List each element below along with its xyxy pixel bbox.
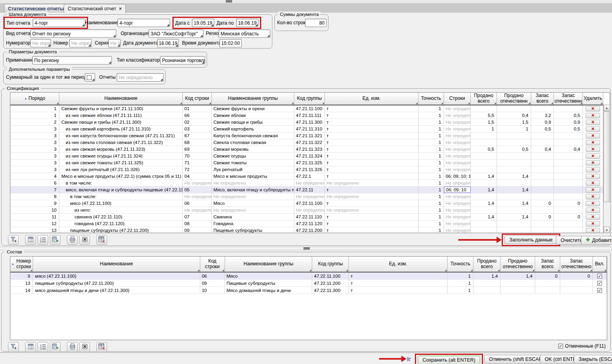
cell-stock_dom[interactable] <box>554 153 583 159</box>
cell-sold_total[interactable] <box>473 280 501 286</box>
cell-name[interactable]: в том числе: <box>59 180 183 186</box>
cell-row_code[interactable]: 01 <box>183 105 212 112</box>
cell-group_name[interactable]: Мясо, включая птицу и субпродукты пи <box>212 187 294 193</box>
column-settings-button[interactable] <box>25 235 36 245</box>
cell-precision[interactable]: 1 <box>418 132 444 139</box>
cell-rows[interactable]: Не определе <box>444 207 471 213</box>
cell-stock_total[interactable]: 0,4 <box>531 146 554 152</box>
delete-row-button[interactable]: ✖ <box>586 147 600 152</box>
cell-stock_dom[interactable] <box>554 227 583 233</box>
cell-unit[interactable]: т <box>349 287 448 294</box>
cell-sold_dom[interactable] <box>497 160 531 166</box>
cell-group_name[interactable]: Лук репчатый <box>212 166 294 173</box>
cell-group_code[interactable]: 47.22.11 <box>294 187 325 193</box>
cell-precision[interactable]: 1 <box>418 193 444 200</box>
cell-order[interactable]: 8 <box>10 193 59 200</box>
cell-sold_dom[interactable] <box>497 105 531 112</box>
cell-row_code[interactable]: Не определе <box>183 193 212 200</box>
numbered-list-button[interactable]: 123 <box>37 235 48 245</box>
cell-del[interactable]: ✖ <box>583 214 603 220</box>
cell-incl[interactable]: ✓ <box>593 280 607 286</box>
cell-stock_total[interactable] <box>531 153 554 159</box>
vertical-scrollbar[interactable]: ▲ ▼ <box>603 105 610 233</box>
cell-stock_dom[interactable] <box>560 280 593 286</box>
reports-field[interactable]: Не определено <box>117 73 164 82</box>
numerator-field[interactable]: Не опред <box>30 39 51 47</box>
cell-sold_total[interactable] <box>471 193 497 200</box>
series-field[interactable]: Не о <box>108 39 121 47</box>
cell-group_code[interactable]: 47.22.11.100 <box>294 200 325 206</box>
cell-stock_total[interactable] <box>531 173 554 179</box>
cell-group_name[interactable]: Мясо <box>212 200 294 206</box>
date-to-field[interactable]: 18.06.19 <box>236 19 258 27</box>
cell-stock_total[interactable] <box>531 220 554 227</box>
cell-order[interactable]: 4 <box>10 173 59 179</box>
column-header-group_code[interactable]: Код группы <box>312 257 349 272</box>
calculator-add-button[interactable] <box>50 342 61 352</box>
cell-rows[interactable]: 06; 09; 10 <box>444 187 471 193</box>
cell-order[interactable]: 3 <box>10 146 59 152</box>
cell-sold_total[interactable] <box>471 153 497 159</box>
cell-name[interactable]: из него: <box>59 207 183 213</box>
cell-row_code[interactable]: 70 <box>183 153 212 159</box>
cell-unit[interactable]: т <box>325 139 418 146</box>
marked-filter[interactable]: ✓ Отмеченные (F11) <box>558 343 606 349</box>
cell-name[interactable]: мясо, включая птицу и субпродукты пищевы… <box>59 187 183 193</box>
cell-group_name[interactable]: Мясо домашней птицы и дичи <box>225 287 313 294</box>
table-row[interactable]: 1из них свежие яблоки (47.21.11.111)66Св… <box>10 112 610 119</box>
cell-sold_total[interactable] <box>471 180 497 186</box>
org-field[interactable]: ЗАО "ЛюксСофтТорг" <box>149 29 203 38</box>
cell-row_code[interactable]: 04 <box>183 173 212 179</box>
cell-stock_total[interactable] <box>531 166 554 173</box>
cell-group_name[interactable]: Свекла столовая свежая <box>212 139 294 146</box>
cell-sold_total[interactable] <box>471 166 497 173</box>
cell-precision[interactable]: 1 <box>418 160 444 166</box>
table-row[interactable]: 3из них лук репчатый (47.21.11.326)72Лук… <box>10 166 610 173</box>
cell-rows[interactable]: Не определе <box>444 139 471 146</box>
cell-sold_dom[interactable] <box>501 287 535 294</box>
cell-sold_total[interactable]: 1,4 <box>473 273 501 279</box>
cell-group_name[interactable]: Пищевые субпродукты <box>212 227 294 233</box>
cell-order[interactable]: 11 <box>10 214 59 220</box>
cell-group_code[interactable]: 47.21.11.322 <box>294 139 325 146</box>
cell-name[interactable]: Свежие овощи и грибы (47.21.11.300) <box>59 119 183 125</box>
cell-order[interactable]: 1 <box>10 105 59 112</box>
cell-precision[interactable]: 1 <box>418 146 444 152</box>
delete-row-button[interactable]: ✖ <box>586 194 600 199</box>
cell-sold_dom[interactable]: 1 <box>497 126 531 132</box>
cell-del[interactable]: ✖ <box>583 126 603 132</box>
column-header-sold_dom[interactable]: Продано отечественн <box>497 93 531 105</box>
cell-row_code[interactable]: 09 <box>183 227 212 233</box>
cell-sold_dom[interactable] <box>497 227 531 233</box>
table-row[interactable]: 8в том числе:Не определеНе определеноНе … <box>10 193 610 200</box>
excel-export-button[interactable] <box>79 342 90 352</box>
table-delete-button[interactable] <box>96 342 107 352</box>
cell-group_code[interactable]: 47.22.11.300 <box>312 287 349 294</box>
print-button[interactable] <box>67 342 78 352</box>
table-row[interactable]: 6в том числе:Не определеНе определеноНе … <box>10 180 610 187</box>
cell-group_code[interactable]: 47.21.11.325 <box>294 160 325 166</box>
table-row[interactable]: 3из них капуста белокочанная свежая (47.… <box>10 132 610 139</box>
rows-count-field[interactable]: 80 <box>305 19 327 27</box>
table-row[interactable]: 1Свежие фрукты и орехи (47.21.11.100)01С… <box>10 105 610 112</box>
excel-export-button[interactable] <box>79 235 90 245</box>
cell-stock_dom[interactable]: 0,5 <box>554 126 583 132</box>
cell-group_name[interactable]: Свежие овощи и грибы <box>212 119 294 125</box>
cell-order[interactable]: 12 <box>10 220 59 227</box>
cell-group_name[interactable]: Пищевые субпродукты <box>225 280 313 286</box>
delete-row-button[interactable]: ✖ <box>586 187 600 193</box>
cell-rows[interactable]: Не определе <box>444 112 471 119</box>
cell-group_code[interactable]: 47.22.11.110 <box>294 214 325 220</box>
cell-unit[interactable]: т <box>349 280 448 286</box>
cell-name[interactable]: в том числе: <box>59 193 183 200</box>
classifier-field[interactable]: Розничная торговля <box>160 56 205 64</box>
cell-name[interactable]: пищевые субпродукты (47.22.11.200) <box>59 227 183 233</box>
cell-num[interactable]: 13 <box>10 280 33 286</box>
add-button[interactable]: Добавить <box>581 236 612 245</box>
cell-group_name[interactable]: Свежая морковь <box>212 146 294 152</box>
cell-group_code[interactable]: 47.21.11.323 <box>294 146 325 152</box>
cell-sold_total[interactable]: 1,5 <box>471 119 497 125</box>
delete-row-button[interactable]: ✖ <box>586 106 600 111</box>
cell-rows[interactable]: Не определе <box>444 146 471 152</box>
include-checkbox[interactable]: ✓ <box>597 281 602 286</box>
